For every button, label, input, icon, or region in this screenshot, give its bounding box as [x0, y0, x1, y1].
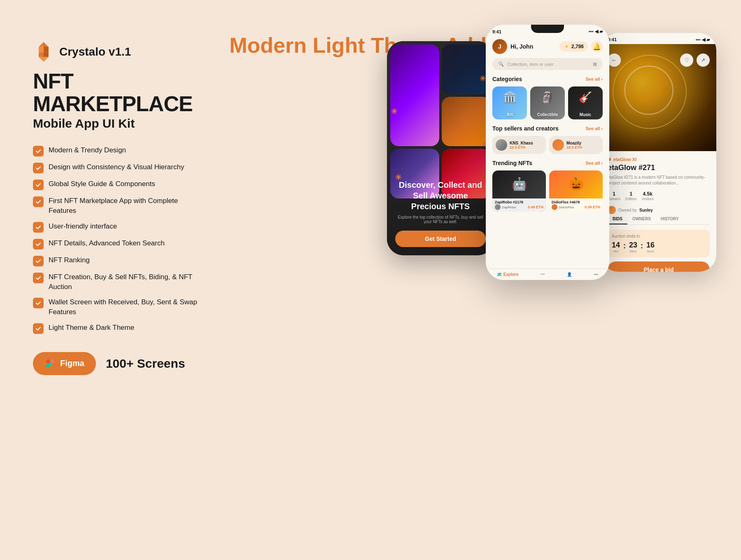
- timer-sep-2: :: [641, 242, 643, 250]
- sellers-header: Top sellers and creators See all ›: [492, 125, 603, 132]
- auction-timer: 14 Hrs : 23 Mins : 16 Secs: [612, 241, 706, 253]
- tab-bids[interactable]: BIDS: [608, 214, 627, 224]
- detail-content: etaGlow XI etaGlow #271 etaGlow #271 is …: [601, 151, 716, 272]
- nav-explore[interactable]: 🗺️ Explore: [497, 272, 519, 277]
- timer-mins-label: Mins: [630, 250, 637, 253]
- deco-asterisk-1: ✳: [480, 74, 486, 83]
- main-content: J Hi, John 🔸 2,786 🔔 🔍 Collection, item …: [486, 36, 609, 280]
- nav-activity[interactable]: 〰: [541, 272, 545, 277]
- nav-more[interactable]: •••: [594, 272, 599, 277]
- categories-see-all[interactable]: See all ›: [585, 77, 603, 82]
- seller-2-avatar: [552, 139, 564, 151]
- activity-icon: 〰: [541, 272, 545, 277]
- favorite-button[interactable]: ♡: [680, 54, 693, 67]
- art-icon: 🏛️: [492, 86, 527, 108]
- timer-mins-val: 23: [629, 241, 637, 250]
- feature-item: Light Theme & Dark Theme: [33, 323, 206, 334]
- stat-owners: 1 Owners: [608, 191, 620, 201]
- category-collectible[interactable]: 🗿 Collectible: [530, 86, 565, 119]
- wallet-badge[interactable]: 🔸 2,786: [559, 42, 588, 51]
- seller-1-avatar: [496, 139, 507, 151]
- header-right: 🔸 2,786 🔔: [559, 41, 603, 52]
- trending-1-username: ZapiRobo: [502, 205, 516, 209]
- feature-text: NFT Creation, Buy & Sell NFTs, Biding, &…: [49, 272, 206, 292]
- check-icon: [33, 239, 44, 250]
- seller-1-name: KNS_Khass: [510, 141, 533, 145]
- get-started-button[interactable]: Get Started: [395, 231, 486, 247]
- svg-marker-5: [39, 57, 49, 62]
- auction-title: Auction ends in: [612, 234, 706, 238]
- collect-icon: 🗿: [530, 86, 565, 108]
- tab-owners[interactable]: OWNERS: [627, 214, 656, 224]
- seller-2[interactable]: Moazily 18.5 ETH: [549, 136, 603, 154]
- sellers-title: Top sellers and creators: [492, 125, 559, 132]
- timer-sep-1: :: [623, 242, 626, 250]
- seller-1-eth: 22.5 ETH: [510, 145, 533, 149]
- collection-info: etaGlow XI: [608, 157, 710, 162]
- detail-stats: 1 Owners 1 Edition 4.5k Visitors: [608, 191, 710, 201]
- splash-nft-1: [390, 44, 439, 146]
- trending-1-name: ZapiRobo #2178: [495, 200, 543, 204]
- trending-nft-1[interactable]: 🤖 ZapiRobo #2178 ZapiRobo 0.49 ETH: [492, 170, 546, 212]
- check-icon: [33, 163, 44, 173]
- feature-text: NFT Ranking: [49, 255, 90, 265]
- check-icon: [33, 298, 44, 308]
- phones-container: ✳ ✳ ✳ ✳ Discover, Collect and Sell Aweso…: [387, 25, 716, 280]
- figma-badge[interactable]: Figma: [33, 352, 96, 375]
- home-header: J Hi, John 🔸 2,786 🔔: [492, 36, 603, 58]
- back-button[interactable]: ←: [608, 54, 621, 67]
- greeting-text: Hi, John: [510, 43, 533, 50]
- feature-item: Design with Consistency & Visual Hierarc…: [33, 162, 206, 173]
- phone-splash: ✳ ✳ ✳ ✳ Discover, Collect and Sell Aweso…: [387, 41, 494, 255]
- bell-icon[interactable]: 🔔: [591, 41, 603, 52]
- feature-text: Light Theme & Dark Theme: [49, 323, 134, 333]
- timer-mins: 23 Mins: [629, 241, 637, 253]
- user-info: J Hi, John: [492, 39, 533, 54]
- sellers-see-all[interactable]: See all ›: [585, 126, 603, 131]
- splash-content: ✳ ✳ ✳ ✳ Discover, Collect and Sell Aweso…: [387, 41, 494, 255]
- trending-see-all[interactable]: See all ›: [585, 161, 603, 166]
- feature-item: Global Style Guide & Components: [33, 179, 206, 190]
- stat-edition: 1 Edition: [625, 191, 637, 201]
- timer-secs: 16 Secs: [646, 241, 655, 253]
- check-icon: [33, 196, 44, 207]
- share-button[interactable]: ↗: [697, 54, 710, 67]
- search-bar[interactable]: 🔍 Collection, item or user ▦: [492, 58, 603, 70]
- logo-row: Crystalo v1.1: [33, 41, 206, 63]
- feature-item: User-friendly interface: [33, 222, 206, 233]
- phone-detail: 9:41 ▪▪▪ ◀ ▰ ← ♡ ↗ etaGlow XI etaGlow #2…: [601, 33, 716, 272]
- trending-2-img: 🎃: [549, 170, 603, 197]
- feature-text: Modern & Trendy Design: [49, 145, 126, 155]
- search-placeholder-text: Collection, item or user: [507, 62, 554, 67]
- timer-hrs: 14 Hrs: [612, 241, 620, 253]
- figma-label: Figma: [60, 359, 84, 368]
- timer-secs-val: 16: [646, 241, 655, 250]
- category-music[interactable]: 🎸 Music: [568, 86, 603, 119]
- nav-profile[interactable]: 👤: [567, 272, 572, 277]
- trending-nft-2[interactable]: 🎃 DidioFlox #4678 DidoioFlox 0.39 ETH: [549, 170, 603, 212]
- svg-marker-1: [44, 46, 49, 53]
- trending-header: Trending NFTs See all ›: [492, 160, 603, 166]
- detail-header-btns: ← ♡ ↗: [601, 54, 716, 67]
- auction-section: Auction ends in 14 Hrs : 23 Mins : 16 Se…: [608, 230, 710, 257]
- trending-2-avatar: [552, 204, 557, 210]
- left-panel: Crystalo v1.1 NFT MARKETPLACE Mobile App…: [33, 41, 206, 375]
- trending-1-price: 0.49 ETH: [528, 205, 543, 209]
- stat-owners-val: 1: [613, 191, 615, 197]
- trending-1-avatar: [495, 204, 501, 210]
- svg-rect-7: [46, 359, 50, 364]
- tab-history[interactable]: HISTORY: [656, 214, 684, 224]
- category-art[interactable]: 🏛️ Art: [492, 86, 527, 119]
- owned-by-label: Owned by: [618, 208, 637, 212]
- profile-icon: 👤: [567, 272, 572, 277]
- splash-nft-3: [442, 97, 491, 147]
- seller-2-eth: 18.5 ETH: [566, 145, 582, 149]
- main-title: NFT MARKETPLACE: [33, 70, 206, 115]
- owner-name: Sunley: [639, 208, 653, 212]
- feature-text: User-friendly interface: [49, 222, 117, 231]
- timer-hrs-label: Hrs: [613, 250, 618, 253]
- seller-1[interactable]: KNS_Khass 22.5 ETH: [492, 136, 546, 154]
- seller-2-info: Moazily 18.5 ETH: [566, 141, 582, 149]
- splash-subtext: Explore the top collection of NFTs, buy …: [395, 215, 486, 224]
- place-bid-button[interactable]: Place a bid: [608, 261, 710, 272]
